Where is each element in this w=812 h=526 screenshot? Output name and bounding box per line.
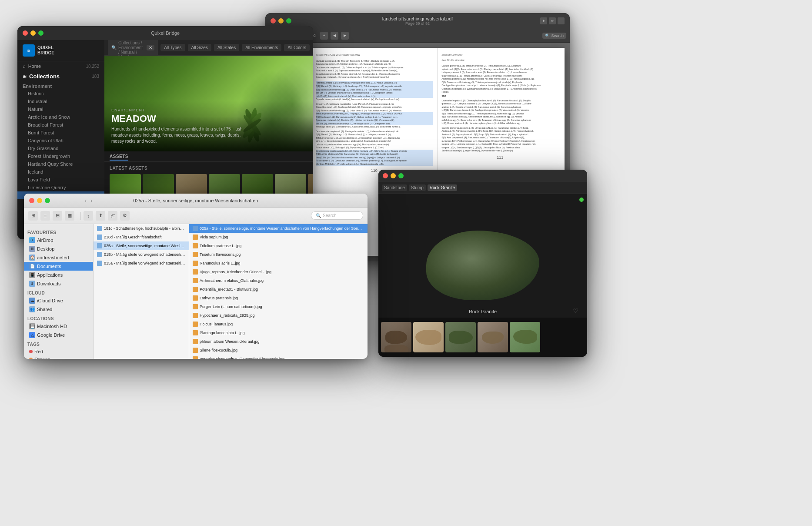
bridge-maximize-btn[interactable] [38, 30, 43, 36]
finder-file-lathyrus[interactable]: Lathyrus pratensis.jpg [189, 294, 368, 302]
finder-icon-view[interactable]: ⊞ [28, 211, 38, 221]
finder-tag-orange[interactable]: Orange [24, 355, 93, 359]
preview-tool-sandstone[interactable]: Sandstone [382, 184, 407, 191]
collection-industrial[interactable]: Industrial [17, 97, 104, 105]
filter-environments[interactable]: All Environments [242, 44, 281, 51]
finder-column-view[interactable]: ⊟ [53, 211, 62, 221]
finder-file-vicia[interactable]: Vicia sepium.jpg [189, 233, 368, 241]
pdf-zoom-in[interactable]: + [320, 32, 328, 40]
collection-iceland[interactable]: Iceland [17, 168, 104, 176]
finder-row-col1-3[interactable]: 015b - Mäßig steile vorwiegend schattens… [94, 250, 189, 259]
collection-burnt[interactable]: Burnt Forest [17, 129, 104, 137]
filter-types[interactable]: All Types [160, 44, 185, 51]
collection-limestone[interactable]: Limestone Quarry [17, 184, 104, 191]
finder-share-btn[interactable]: ⬆ [96, 211, 105, 221]
collection-forest-under[interactable]: Forest Undergrowth [17, 152, 104, 160]
pdf-prev-page[interactable]: ◀ [331, 32, 338, 40]
sidebar-collections[interactable]: ⊞ Collections 183 [17, 71, 104, 82]
finder-google-drive[interactable]: △ Google Drive [24, 331, 93, 339]
collection-lava[interactable]: Lava Field [17, 176, 104, 184]
collection-canyons[interactable]: Canyons of Utah [17, 137, 104, 144]
collection-broadleaf[interactable]: Broadleaf Forest [17, 121, 104, 129]
hero-title: MEADOW [111, 113, 306, 124]
finder-forward-btn[interactable]: › [90, 197, 93, 204]
finder-airdrop[interactable]: ✈ AirDrop [24, 236, 93, 245]
finder-file-phleum[interactable]: phleum album Wiesen.ckleraut.jpg [189, 337, 368, 346]
finder-row-col1-2[interactable]: 025a - Steile, sonnenseitige, montane Wi… [94, 241, 189, 250]
strip-thumb-3[interactable] [445, 322, 476, 352]
finder-file-veronica[interactable]: Veronica chamaedrys_Gamander-Ehrenpreis.… [189, 355, 368, 359]
finder-file-potentilla[interactable]: Potentilla_erecta01 - Blutwurz.jpg [189, 285, 368, 294]
finder-close-btn[interactable] [29, 198, 34, 203]
finder-file-plantago[interactable]: Plantago lanceolata L..jpg [189, 328, 368, 337]
pdf-minimize-btn[interactable] [278, 18, 284, 23]
finder-tag-btn[interactable]: 🏷 [108, 211, 117, 221]
finder-file-ranunculus[interactable]: Ranunculus acris L..jpg [189, 259, 368, 268]
finder-search[interactable]: 🔍 Search [311, 211, 363, 220]
finder-tag-red[interactable]: Red [24, 348, 93, 355]
finder-macintosh-hd[interactable]: 💾 Macintosh HD [24, 322, 93, 331]
collection-hartland[interactable]: Hartland Quay Shore [17, 160, 104, 168]
pdf-close-btn[interactable] [271, 18, 276, 23]
finder-row-col1-0[interactable]: 181c - Schattenseitige, hochsubalpIn - a… [94, 224, 189, 233]
finder-file-holcus[interactable]: Holcus_lanatus.jpg [189, 320, 368, 328]
preview-tool-rock[interactable]: Rock Granite [428, 184, 457, 191]
strip-thumb-5[interactable] [510, 322, 540, 352]
finder-file-silene[interactable]: Silene flos-cuculi5.jpg [189, 346, 368, 355]
pdf-tool-more[interactable]: … [558, 17, 565, 24]
finder-desktop[interactable]: 🖥 Desktop [24, 245, 93, 253]
finder-list-view[interactable]: ≡ [40, 211, 50, 221]
finder-back-btn[interactable]: ‹ [85, 197, 87, 204]
finder-traffic-lights [29, 198, 50, 203]
bridge-toolbar: 🔍 In: Collections / Environment / Natura… [104, 40, 313, 56]
finder-file-ajuga[interactable]: Ajuga_reptans_Kriechender Günsel - .jpg [189, 268, 368, 276]
finder-columns: 181c - Schattenseitige, hochsubalpIn - a… [94, 224, 368, 359]
preview-maximize-btn[interactable] [398, 173, 404, 178]
sidebar-home[interactable]: ⌂ Home 18,252 [17, 61, 104, 71]
finder-user-folder[interactable]: 🏠 andreashoefert [24, 253, 93, 262]
finder-sort-btn[interactable]: ↕ [84, 211, 93, 221]
preview-close-btn[interactable] [383, 173, 388, 178]
bridge-titlebar: Quixel Bridge [17, 26, 313, 40]
finder-gallery-view[interactable]: ▦ [65, 211, 74, 221]
finder-maximize-btn[interactable] [45, 198, 50, 203]
finder-documents[interactable]: 📄 Documents [24, 262, 93, 271]
collection-arctic[interactable]: Arctic Ice and Snow [17, 113, 104, 121]
filter-colors[interactable]: All Colors [284, 44, 310, 51]
strip-thumb-1[interactable] [381, 322, 411, 352]
bridge-close-btn[interactable] [23, 30, 28, 36]
collection-natural[interactable]: Natural [17, 105, 104, 113]
preview-minimize-btn[interactable] [391, 173, 396, 178]
finder-file-arrh[interactable]: Arrhenatherum elatius_Glatthafer.jpg [189, 276, 368, 285]
finder-file-trifolium[interactable]: Trifolium pratense L..jpg [189, 241, 368, 250]
collection-dry[interactable]: Dry Grassland [17, 144, 104, 152]
finder-shared[interactable]: 👥 Shared [24, 305, 93, 314]
latest-assets-label: LATEST ASSETS [104, 162, 313, 172]
filter-states[interactable]: All States [214, 44, 239, 51]
finder-action-btn[interactable]: ⚙ [120, 211, 130, 221]
collection-historic[interactable]: Historic [17, 90, 104, 97]
finder-minimize-btn[interactable] [37, 198, 42, 203]
finder-col-1: 181c - Schattenseitige, hochsubalpIn - a… [94, 224, 189, 359]
filter-sizes[interactable]: All Sizes [188, 44, 211, 51]
pdf-next-page[interactable]: ▶ [341, 32, 349, 40]
finder-selected-folder[interactable]: 025a - Steile, sonnenseitige, montane Wi… [189, 224, 368, 233]
bridge-minimize-btn[interactable] [30, 30, 36, 36]
pdf-search[interactable]: 🔍 Search [542, 33, 566, 39]
heart-icon[interactable]: ♡ [573, 307, 578, 314]
finder-row-col1-4[interactable]: 015a - Mäßig steile vorwiegend schattens… [94, 259, 189, 268]
strip-thumb-4[interactable] [478, 322, 508, 352]
finder-applications[interactable]: 📱 Applications [24, 271, 93, 279]
pdf-tool-markup[interactable]: ✏ [549, 17, 556, 24]
finder-icloud-drive[interactable]: ☁ iCloud Drive [24, 296, 93, 305]
finder-downloads[interactable]: ⬇ Downloads [24, 279, 93, 288]
strip-thumb-2[interactable] [413, 322, 444, 352]
pdf-tool-share[interactable]: ⬆ [540, 17, 547, 24]
finder-file-hypochaeris[interactable]: Hypochaeris_radicata_2925.jpg [189, 311, 368, 320]
finder-row-col1-1[interactable]: 218d - Mäßig Geschriftlandschaft [94, 233, 189, 241]
finder-title: 025a - Steile, sonnenseitige, montane Wi… [134, 198, 258, 203]
finder-file-purger[interactable]: Purger-Lein (Linum catharticum).jpg [189, 302, 368, 311]
preview-tool-stump[interactable]: Stump [409, 184, 426, 191]
pdf-maximize-btn[interactable] [286, 18, 291, 23]
finder-file-trisetum[interactable]: Trisetum flavescens.jpg [189, 250, 368, 259]
